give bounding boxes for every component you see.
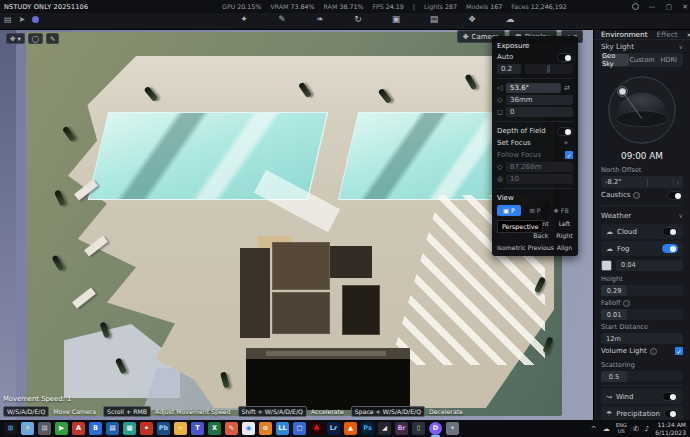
fog-color-swatch[interactable]	[601, 260, 612, 271]
cloud-toggle[interactable]	[662, 227, 678, 236]
auto-exposure-toggle[interactable]	[557, 53, 573, 62]
autodesk-icon[interactable]: ▲	[344, 422, 357, 435]
view-fb-button[interactable]: ❖ FB	[549, 205, 573, 216]
dof-toggle[interactable]	[557, 127, 573, 136]
fov-value[interactable]: 53.6°	[506, 83, 561, 93]
wind-toggle[interactable]	[662, 392, 678, 401]
drag-handle-icon[interactable]: ⁞	[673, 179, 679, 186]
bridge-icon[interactable]: Br	[395, 422, 408, 435]
grid-teal-icon[interactable]: ▦	[123, 422, 136, 435]
app-b-blue-icon[interactable]: B	[89, 422, 102, 435]
tab-effect[interactable]: Effect	[657, 30, 678, 39]
paint-tool-icon[interactable]: ❖	[466, 14, 478, 24]
set-focus-icon[interactable]: ⌖	[564, 139, 573, 147]
chrome-icon[interactable]: ◉	[242, 422, 255, 435]
select-cursor-icon[interactable]: ➤	[19, 15, 26, 24]
sync-tool-icon[interactable]: ↻	[352, 14, 364, 24]
start-icon[interactable]: ⊞	[4, 422, 17, 435]
nature-tool-icon[interactable]: ❧	[314, 14, 326, 24]
excel-icon[interactable]: X	[208, 422, 221, 435]
view-align-button[interactable]: Align	[556, 242, 573, 252]
lightroom-classic-icon[interactable]: Lr	[327, 422, 340, 435]
render-viewport[interactable]: ✥ ▾ ◯ ✎ ✥ Camera ▦ Display	[0, 30, 593, 420]
minimize-button[interactable]: —	[649, 3, 656, 11]
precipitation-toggle[interactable]	[664, 409, 678, 418]
notebook-blue-icon[interactable]: ▤	[106, 422, 119, 435]
close-button[interactable]: ✕	[682, 3, 688, 11]
chevron-down-icon[interactable]: ∨	[679, 43, 683, 50]
weather-widget-icon[interactable]: ☀	[21, 422, 34, 435]
teams-icon[interactable]: T	[191, 422, 204, 435]
start-distance-input[interactable]: 12m	[601, 333, 683, 344]
focal-length-row: ◇ 36mm	[497, 94, 573, 106]
caustics-toggle[interactable]	[667, 191, 683, 200]
brush-tool-icon[interactable]: ✎	[276, 14, 288, 24]
exposure-value[interactable]: 0.2	[497, 64, 521, 74]
file-stack-icon[interactable]: ▤	[38, 422, 51, 435]
video-tool-icon[interactable]: ▣	[390, 14, 402, 24]
light-tool-icon[interactable]: ✦	[238, 14, 250, 24]
sun-position-widget[interactable]	[601, 69, 683, 151]
view-parallel-button[interactable]: ⊞ P	[523, 205, 547, 216]
chevron-down-icon[interactable]: ∨	[679, 212, 683, 219]
d5-render-icon[interactable]: D	[429, 422, 442, 435]
pick-icon[interactable]: ➤	[687, 31, 690, 39]
geo-sky-button[interactable]: Geo Sky	[602, 54, 629, 66]
link-icon[interactable]: ⇄	[564, 84, 573, 92]
roll-icon: ◻	[497, 108, 506, 116]
maximize-button[interactable]: ▢	[666, 3, 673, 11]
scene-furniture	[272, 242, 330, 290]
view-left-button[interactable]: Left	[556, 218, 573, 228]
view-isometric-button[interactable]: Isometric	[497, 242, 526, 252]
hint-action: Decelerate	[429, 408, 463, 415]
phone-app-icon[interactable]: ▯	[412, 422, 425, 435]
fog-intensity-input[interactable]: 0.04	[616, 260, 683, 271]
cloud-tool-icon[interactable]: ☁	[504, 14, 516, 24]
focal-length-value[interactable]: 36mm	[506, 95, 573, 105]
user-avatar[interactable]	[632, 3, 639, 10]
taskbar-clock[interactable]: 11:24 AM 6/11/2023	[655, 421, 686, 435]
roll-value[interactable]: 0	[506, 107, 573, 117]
north-offset-input[interactable]: -8.2° ⁞	[601, 176, 683, 188]
media-play-icon[interactable]: ▶	[55, 422, 68, 435]
sketchup-icon[interactable]: ◢	[378, 422, 391, 435]
tab-environment[interactable]: Environment	[601, 30, 648, 39]
app-pb-icon[interactable]: Pb	[157, 422, 170, 435]
volume-icon[interactable]: ♪	[645, 425, 649, 433]
app-a-red-icon[interactable]: A	[72, 422, 85, 435]
library-tool-icon[interactable]: ▤	[428, 14, 440, 24]
stat-fps: FPS24.19	[372, 3, 403, 10]
acrobat-icon[interactable]: A	[310, 422, 323, 435]
transform-tool-button[interactable]: ✥ ▾	[6, 33, 25, 44]
fog-toggle[interactable]	[662, 244, 678, 253]
volume-light-checkbox[interactable]: ✓	[675, 347, 683, 355]
twinmotion-icon[interactable]: ✦	[446, 422, 459, 435]
onedrive-cloud-icon[interactable]: ☁	[603, 425, 610, 433]
circle-tool-button[interactable]: ◯	[28, 33, 43, 44]
pencil-tool-button[interactable]: ✎	[46, 33, 59, 44]
exposure-slider[interactable]	[525, 64, 573, 74]
photoshop-icon[interactable]: Ps	[361, 422, 374, 435]
window-blue-icon[interactable]: ▢	[293, 422, 306, 435]
falloff-slider[interactable]: 0.01	[601, 309, 683, 320]
view-perspective-button[interactable]: ▣ P	[497, 205, 521, 216]
app-ll-blue-icon[interactable]: LL	[276, 422, 289, 435]
design-pen-icon[interactable]: ✎	[225, 422, 238, 435]
view-previous-button[interactable]: Previous	[528, 242, 554, 252]
move-icon: ✥	[10, 35, 15, 43]
follow-focus-checkbox[interactable]: ✓	[565, 151, 573, 159]
view-right-button[interactable]: Right	[556, 230, 573, 240]
phone-link-icon[interactable]: ✆	[633, 425, 639, 433]
language-switcher[interactable]: ENG US	[616, 423, 627, 435]
custom-sky-button[interactable]: Custom	[629, 54, 656, 66]
info-icon: i	[650, 348, 657, 355]
camera-red-icon[interactable]: ⌖	[140, 422, 153, 435]
scattering-slider[interactable]: 0.5	[601, 371, 683, 382]
tray-chevron-up-icon[interactable]: ^	[591, 425, 597, 433]
fov-row: ◁ 53.6° ⇄	[497, 82, 573, 94]
search-orange-icon[interactable]: ⊙	[259, 422, 272, 435]
height-slider[interactable]: 0.29	[601, 285, 683, 296]
file-explorer-icon[interactable]: ▱	[174, 422, 187, 435]
hdri-button[interactable]: HDRI	[655, 54, 682, 66]
layers-icon[interactable]: ▤	[4, 15, 12, 24]
